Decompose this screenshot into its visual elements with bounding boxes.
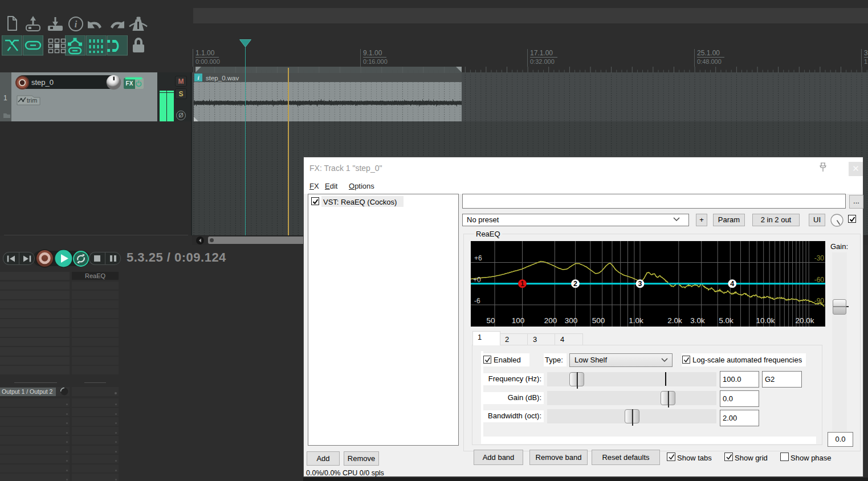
svg-text:i: i (75, 19, 78, 29)
svg-text:1: 1 (520, 280, 524, 288)
svg-text:2: 2 (573, 280, 577, 288)
svg-text:300: 300 (565, 316, 578, 325)
svg-text:trim: trim (27, 97, 37, 104)
svg-text:+6: +6 (474, 254, 482, 262)
svg-text:-30: -30 (814, 254, 825, 262)
svg-text:1.0k: 1.0k (629, 316, 643, 325)
svg-text:+0: +0 (473, 276, 481, 284)
svg-text:200: 200 (544, 316, 557, 325)
svg-text:-90: -90 (814, 297, 825, 305)
svg-text:4: 4 (730, 280, 734, 288)
svg-text:5.0k: 5.0k (719, 316, 733, 325)
svg-text:20.0k: 20.0k (795, 316, 814, 325)
svg-text:3.0k: 3.0k (690, 316, 705, 325)
svg-text:step_0.wav: step_0.wav (206, 75, 239, 81)
svg-text:3: 3 (638, 280, 642, 288)
svg-text:500: 500 (592, 316, 605, 325)
svg-text:2.0k: 2.0k (667, 316, 682, 325)
svg-text:-60: -60 (814, 276, 825, 284)
svg-text:-6: -6 (474, 297, 480, 305)
svg-text:100: 100 (512, 316, 525, 325)
svg-text:50: 50 (486, 316, 495, 325)
svg-text:10.0k: 10.0k (756, 316, 775, 325)
